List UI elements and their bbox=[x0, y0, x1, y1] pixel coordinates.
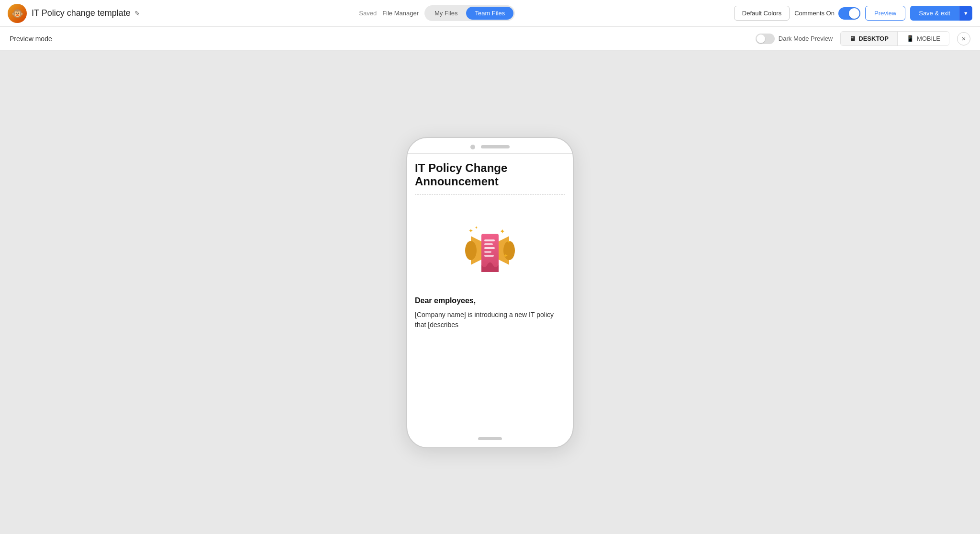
phone-home-indicator bbox=[478, 437, 502, 440]
mobile-icon: 📱 bbox=[906, 35, 914, 42]
desktop-label: DESKTOP bbox=[858, 35, 889, 42]
phone-greeting: Dear employees, bbox=[415, 296, 565, 305]
phone-illustration: ✦ ✦ ✦ ✦ ✦ bbox=[415, 203, 565, 289]
edit-icon[interactable]: ✎ bbox=[134, 10, 140, 17]
phone-document-title: IT Policy Change Announcement bbox=[415, 161, 565, 189]
svg-rect-10 bbox=[484, 255, 494, 257]
svg-text:✦: ✦ bbox=[503, 252, 508, 259]
dark-mode-toggle[interactable] bbox=[756, 34, 775, 44]
close-preview-button[interactable]: × bbox=[957, 32, 970, 45]
svg-text:✦: ✦ bbox=[475, 226, 478, 230]
comments-label: Comments On bbox=[794, 10, 835, 17]
svg-rect-8 bbox=[484, 247, 495, 249]
phone-body-copy: [Company name] is introducing a new IT p… bbox=[415, 310, 565, 330]
phone-top-bar bbox=[407, 138, 573, 153]
svg-text:✦: ✦ bbox=[468, 227, 473, 234]
main-area: IT Policy Change Announcement bbox=[0, 51, 980, 534]
close-icon: × bbox=[962, 34, 966, 43]
logo-emoji: 🐵 bbox=[11, 8, 23, 19]
svg-rect-7 bbox=[484, 243, 493, 245]
document-title: IT Policy change template ✎ bbox=[32, 8, 140, 18]
mobile-button[interactable]: 📱 MOBILE bbox=[897, 32, 949, 45]
navbar-center: Saved File Manager My Files Team Files bbox=[359, 5, 515, 21]
announcement-illustration: ✦ ✦ ✦ ✦ ✦ bbox=[442, 205, 538, 286]
saved-status: Saved bbox=[359, 10, 377, 17]
svg-text:✦: ✦ bbox=[507, 239, 511, 244]
files-toggle-group: My Files Team Files bbox=[424, 5, 515, 21]
svg-point-1 bbox=[465, 241, 477, 260]
phone-bottom-bar bbox=[407, 430, 573, 447]
file-manager-link[interactable]: File Manager bbox=[382, 10, 419, 17]
preview-mode-label: Preview mode bbox=[10, 35, 52, 43]
phone-frame: IT Policy Change Announcement bbox=[406, 137, 574, 448]
phone-content[interactable]: IT Policy Change Announcement bbox=[407, 153, 573, 430]
preview-button[interactable]: Preview bbox=[865, 6, 905, 21]
comments-toggle[interactable] bbox=[838, 7, 860, 20]
dark-mode-area: Dark Mode Preview bbox=[756, 34, 833, 44]
default-colors-button[interactable]: Default Colors bbox=[734, 6, 790, 21]
svg-rect-9 bbox=[484, 251, 491, 253]
preview-bar-right: Dark Mode Preview 🖥 DESKTOP 📱 MOBILE × bbox=[756, 31, 970, 46]
phone-speaker bbox=[481, 145, 510, 148]
save-exit-group: Save & exit ▾ bbox=[910, 6, 972, 21]
my-files-button[interactable]: My Files bbox=[426, 7, 466, 20]
navbar: 🐵 IT Policy change template ✎ Saved File… bbox=[0, 0, 980, 27]
desktop-button[interactable]: 🖥 DESKTOP bbox=[841, 32, 897, 45]
save-exit-button[interactable]: Save & exit bbox=[910, 6, 959, 21]
svg-rect-6 bbox=[484, 239, 495, 241]
device-toggle-group: 🖥 DESKTOP 📱 MOBILE bbox=[840, 31, 949, 46]
save-exit-dropdown-button[interactable]: ▾ bbox=[959, 6, 972, 21]
app-logo: 🐵 bbox=[8, 4, 27, 23]
comments-area: Comments On bbox=[794, 7, 860, 20]
team-files-button[interactable]: Team Files bbox=[466, 7, 513, 20]
toggle-thumb bbox=[849, 8, 859, 19]
navbar-left: 🐵 IT Policy change template ✎ bbox=[8, 4, 140, 23]
phone-camera bbox=[470, 145, 475, 149]
phone-divider bbox=[415, 194, 565, 195]
phone-body-text: Dear employees, [Company name] is introd… bbox=[415, 296, 565, 338]
dark-mode-label: Dark Mode Preview bbox=[779, 35, 833, 42]
desktop-icon: 🖥 bbox=[849, 35, 856, 42]
preview-bar: Preview mode Dark Mode Preview 🖥 DESKTOP… bbox=[0, 27, 980, 51]
svg-text:✦: ✦ bbox=[500, 227, 505, 235]
mobile-label: MOBILE bbox=[917, 35, 940, 42]
dark-mode-thumb bbox=[757, 34, 765, 43]
navbar-right: Default Colors Comments On Preview Save … bbox=[734, 6, 972, 21]
